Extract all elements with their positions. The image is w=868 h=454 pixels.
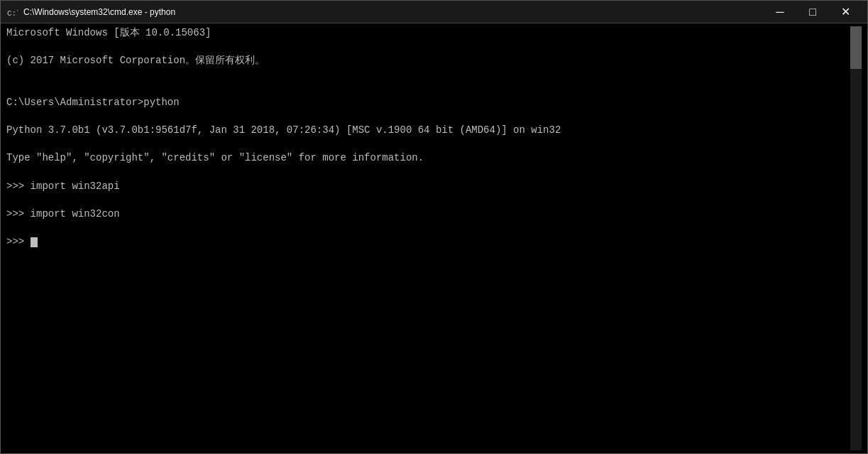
minimize-button[interactable]: ─ <box>764 1 796 23</box>
console-output: Microsoft Windows [版本 10.0.15063] (c) 20… <box>6 26 850 450</box>
cmd-icon: C:\ <box>6 6 18 18</box>
scrollbar[interactable] <box>850 26 862 450</box>
close-button[interactable]: ✕ <box>829 1 862 23</box>
scrollbar-thumb[interactable] <box>850 26 862 69</box>
title-bar: C:\ C:\Windows\system32\cmd.exe - python… <box>1 1 867 23</box>
svg-text:C:\: C:\ <box>7 9 18 18</box>
console-area[interactable]: Microsoft Windows [版本 10.0.15063] (c) 20… <box>1 23 867 453</box>
window-title: C:\Windows\system32\cmd.exe - python <box>23 7 764 17</box>
window-controls: ─ □ ✕ <box>764 1 862 23</box>
maximize-button[interactable]: □ <box>796 1 829 23</box>
text-cursor <box>31 237 38 247</box>
cmd-window: C:\ C:\Windows\system32\cmd.exe - python… <box>0 0 868 454</box>
